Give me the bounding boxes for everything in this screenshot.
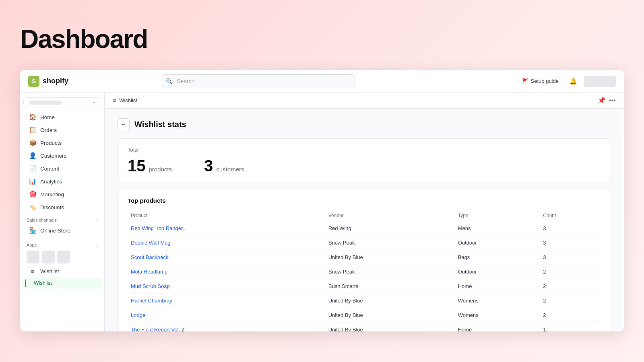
product-name-cell[interactable]: Mud Scrub Soap — [128, 279, 325, 294]
product-name-cell[interactable]: Mola Headlamp — [128, 265, 325, 279]
shopify-logo: S shopify — [28, 76, 68, 87]
sidebar-item-analytics[interactable]: 📊 Analytics — [23, 175, 102, 188]
apps-expand-icon[interactable]: › — [96, 243, 98, 247]
total-label: Total — [128, 147, 601, 153]
table-row: Red Wing Iron Ranger... Red Wing Mens 3 — [128, 221, 601, 236]
product-name-cell[interactable]: The Field Report Vol. 2 — [128, 323, 325, 332]
product-count-cell: 3 — [540, 250, 601, 265]
content-area: ← Wishlist stats Total 15 products — [105, 109, 624, 331]
product-link[interactable]: Lodge — [131, 312, 145, 318]
section-header: ← Wishlist stats — [118, 118, 611, 130]
breadcrumb-label: Wishlist — [119, 97, 137, 103]
store-selector[interactable]: ▾ — [23, 97, 101, 107]
product-count-cell: 3 — [540, 236, 601, 250]
search-input[interactable] — [162, 74, 355, 88]
customers-stat: 3 customers — [204, 158, 244, 174]
app-icon-3[interactable] — [57, 251, 70, 263]
product-count-cell: 2 — [540, 279, 601, 294]
products-table: Product Vendor Type Count Red Wing Iron … — [128, 210, 601, 331]
product-name-cell[interactable]: Lodge — [128, 308, 325, 323]
discounts-icon: 🏷️ — [29, 204, 36, 211]
table-row: Mola Headlamp Snow Peak Outdoor 2 — [128, 265, 601, 279]
online-store-icon: 🏪 — [29, 227, 36, 234]
product-link[interactable]: Red Wing Iron Ranger... — [131, 225, 187, 231]
sidebar-item-orders-label: Orders — [40, 127, 57, 133]
store-name-placeholder — [29, 101, 62, 105]
sales-channels-label: Sales channels — [27, 218, 57, 222]
logo-text: shopify — [43, 77, 68, 85]
product-count-cell: 2 — [540, 265, 601, 279]
setup-guide-label: Setup guide — [531, 78, 559, 84]
product-link[interactable]: Double Wall Mug — [131, 240, 171, 246]
sidebar-item-marketing[interactable]: 🎯 Marketing — [23, 188, 102, 201]
col-count: Count — [540, 210, 601, 221]
notification-bell-icon[interactable]: 🔔 — [569, 77, 577, 85]
top-products-card: Top products Product Vendor Type Count — [118, 189, 611, 331]
pin-icon[interactable]: 📌 — [598, 97, 606, 104]
sidebar-item-discounts[interactable]: 🏷️ Discounts — [23, 201, 102, 214]
product-link[interactable]: Harriet Chambray — [131, 298, 172, 304]
flag-icon: 🚩 — [522, 78, 528, 84]
page-wrapper: Dashboard S shopify 🔍 🚩 Setup — [0, 0, 644, 331]
shopify-logo-icon: S — [28, 76, 39, 87]
product-vendor-cell: Snow Peak — [325, 236, 455, 250]
orders-icon: 📋 — [29, 126, 36, 134]
sidebar-item-wishlist-parent[interactable]: ≡ Wishlist — [23, 265, 102, 278]
total-stats: 15 products 3 customers — [128, 158, 601, 174]
product-link[interactable]: Mola Headlamp — [131, 269, 167, 275]
svg-text:S: S — [32, 78, 36, 84]
product-type-cell: Outdoor — [455, 265, 540, 279]
product-name-cell[interactable]: Double Wall Mug — [128, 236, 325, 250]
table-row: Double Wall Mug Snow Peak Outdoor 3 — [128, 236, 601, 250]
home-icon: 🏠 — [29, 113, 36, 121]
product-type-cell: Outdoor — [455, 236, 540, 250]
sales-channels-expand-icon[interactable]: › — [96, 218, 98, 222]
product-name-cell[interactable]: Scout Backpack — [128, 250, 325, 265]
col-vendor: Vendor — [325, 210, 455, 221]
back-button[interactable]: ← — [118, 118, 130, 130]
search-bar[interactable]: 🔍 — [162, 74, 355, 88]
wishlist-parent-icon: ≡ — [29, 268, 36, 275]
col-type: Type — [455, 210, 540, 221]
breadcrumb-icon: ≡ — [113, 97, 116, 104]
setup-guide-button[interactable]: 🚩 Setup guide — [518, 76, 563, 86]
table-row: The Field Report Vol. 2 United By Blue H… — [128, 323, 601, 332]
sidebar-item-customers[interactable]: 👤 Customers — [23, 149, 102, 162]
product-link[interactable]: The Field Report Vol. 2 — [131, 327, 184, 331]
product-link[interactable]: Scout Backpack — [131, 254, 168, 260]
product-name-cell[interactable]: Harriet Chambray — [128, 294, 325, 308]
app-icon-2[interactable] — [42, 251, 55, 263]
product-type-cell: Home — [455, 323, 540, 332]
product-type-cell: Womens — [455, 294, 540, 308]
product-name-cell[interactable]: Red Wing Iron Ranger... — [128, 221, 325, 236]
sidebar-item-content[interactable]: 📄 Content — [23, 162, 102, 175]
sidebar-item-home[interactable]: 🏠 Home — [23, 111, 102, 123]
more-options-icon[interactable]: ••• — [609, 97, 616, 104]
product-vendor-cell: United By Blue — [325, 250, 455, 265]
top-products-title: Top products — [128, 197, 601, 204]
content-icon: 📄 — [29, 165, 36, 172]
sidebar-item-wishlist-active[interactable]: Wishlist — [23, 278, 102, 288]
top-bar: S shopify 🔍 🚩 Setup guide 🔔 — [20, 70, 624, 93]
products-count: 15 — [128, 158, 146, 174]
products-stat: 15 products — [128, 158, 172, 174]
products-icon: 📦 — [29, 139, 36, 146]
product-vendor-cell: United By Blue — [325, 294, 455, 308]
total-card: Total 15 products 3 customers — [118, 138, 611, 182]
sidebar-item-products[interactable]: 📦 Products — [23, 136, 102, 149]
table-row: Harriet Chambray United By Blue Womens 2 — [128, 294, 601, 308]
apps-icons — [20, 249, 104, 265]
sales-channels-section: Sales channels › — [20, 214, 104, 224]
app-icon-1[interactable] — [27, 251, 39, 263]
product-vendor-cell: United By Blue — [325, 308, 455, 323]
sidebar-item-orders[interactable]: 📋 Orders — [23, 123, 102, 136]
product-type-cell: Womens — [455, 308, 540, 323]
customers-count: 3 — [204, 158, 213, 174]
sidebar-item-content-label: Content — [40, 166, 59, 172]
sidebar-item-online-store[interactable]: 🏪 Online Store — [23, 224, 102, 237]
products-table-body: Red Wing Iron Ranger... Red Wing Mens 3 … — [128, 221, 601, 332]
user-avatar[interactable] — [584, 76, 616, 87]
product-link[interactable]: Mud Scrub Soap — [131, 283, 170, 289]
back-arrow-icon: ← — [121, 121, 126, 128]
sidebar-item-online-store-label: Online Store — [40, 228, 70, 234]
